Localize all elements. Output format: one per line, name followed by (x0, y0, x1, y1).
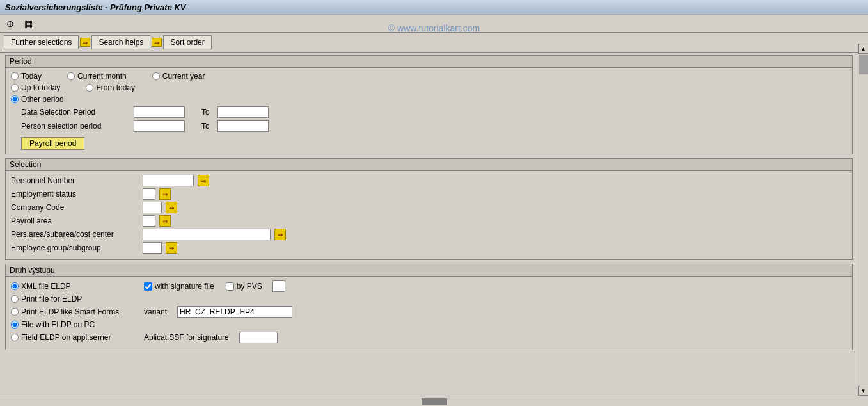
field-eldp-appl-radio[interactable]: Field ELDP on appl.serner (11, 333, 126, 342)
grid-icon[interactable]: ▦ (22, 17, 35, 30)
pers-area-input[interactable] (143, 229, 271, 240)
print-file-eldp-radio-input[interactable] (11, 295, 19, 303)
radio-up-to-today-label: Up to today (21, 83, 60, 92)
with-signature-input[interactable] (144, 282, 152, 291)
radio-other-period[interactable]: Other period (11, 95, 64, 104)
payroll-area-label: Payroll area (11, 216, 139, 225)
scroll-down-arrow[interactable]: ▼ (858, 386, 869, 396)
tab-sort-order-label: Sort order (170, 38, 204, 47)
print-file-eldp-row: Print file for ELDP (11, 295, 847, 304)
radio-up-to-today[interactable]: Up to today (11, 83, 60, 92)
smart-forms-row: Print ELDP like Smart Forms variant (11, 306, 847, 318)
with-signature-checkbox[interactable]: with signature file (144, 282, 214, 291)
file-eldp-pc-radio-input[interactable] (11, 321, 19, 329)
radio-other-period-input[interactable] (11, 95, 19, 103)
company-code-input[interactable] (143, 202, 162, 213)
clock-icon[interactable]: ⊕ (4, 17, 17, 30)
pers-area-row: Pers.area/subarea/cost center ⇒ (11, 229, 847, 240)
scrollbar: ▲ ▼ (858, 44, 868, 406)
tab-search-helps[interactable]: Search helps (91, 35, 150, 49)
personnel-number-label: Personnel Number (11, 176, 139, 185)
personnel-number-input[interactable] (143, 175, 194, 186)
employee-group-input[interactable] (143, 242, 162, 254)
tab-search-helps-label: Search helps (99, 38, 143, 47)
print-file-eldp-radio[interactable]: Print file for ELDP (11, 295, 82, 304)
selection-section: Selection Personnel Number ⇒ Employment … (5, 158, 853, 260)
smart-forms-radio[interactable]: Print ELDP like Smart Forms (11, 307, 126, 316)
field-eldp-appl-label: Field ELDP on appl.serner (21, 333, 111, 342)
file-eldp-pc-label: File with ELDP on PC (21, 320, 95, 329)
period-row-3: Other period (11, 95, 847, 104)
company-code-row: Company Code ⇒ (11, 202, 847, 213)
period-content: Today Current month Current year (6, 68, 852, 154)
radio-from-today[interactable]: From today (86, 83, 135, 92)
employment-status-label: Employment status (11, 190, 139, 199)
radio-current-year[interactable]: Current year (152, 72, 205, 81)
pers-area-arrow-btn[interactable]: ⇒ (274, 229, 286, 240)
print-file-eldp-label: Print file for ELDP (21, 295, 82, 304)
tab-further-selections[interactable]: Further selections (4, 35, 79, 49)
field-eldp-appl-row: Field ELDP on appl.serner Aplicat.SSF fo… (11, 332, 847, 343)
period-section: Period Today Current month Current yea (5, 55, 853, 154)
radio-up-to-today-input[interactable] (11, 84, 19, 92)
radio-current-month-label: Current month (77, 72, 127, 81)
tab-further-selections-label: Further selections (11, 38, 72, 47)
druh-content: XML file ELDP with signature file by PVS (6, 277, 852, 350)
bottom-scroll-btn[interactable] (422, 398, 447, 405)
data-selection-to-input[interactable] (217, 106, 269, 118)
person-selection-to-input[interactable] (217, 120, 269, 132)
payroll-area-arrow-btn[interactable]: ⇒ (159, 215, 171, 227)
to-label-1: To (201, 108, 210, 117)
period-section-title: Period (6, 56, 852, 68)
xml-eldp-radio[interactable]: XML file ELDP (11, 282, 126, 291)
payroll-area-input[interactable] (143, 215, 155, 227)
employee-group-row: Employee group/subgroup ⇒ (11, 242, 847, 254)
selection-section-title: Selection (6, 159, 852, 171)
personnel-number-row: Personnel Number ⇒ (11, 175, 847, 186)
tab-sort-order[interactable]: Sort order (163, 35, 211, 49)
druh-section: Druh výstupu XML file ELDP with signatur… (5, 264, 853, 350)
personnel-number-arrow-btn[interactable]: ⇒ (198, 175, 209, 186)
smart-forms-label: Print ELDP like Smart Forms (21, 307, 119, 316)
radio-current-year-input[interactable] (152, 72, 160, 80)
selection-content: Personnel Number ⇒ Employment status ⇒ C… (6, 171, 852, 259)
employee-group-arrow-btn[interactable]: ⇒ (166, 242, 177, 254)
xml-eldp-row: XML file ELDP with signature file by PVS (11, 280, 847, 292)
radio-today[interactable]: Today (11, 72, 42, 81)
file-eldp-pc-radio[interactable]: File with ELDP on PC (11, 320, 95, 329)
data-selection-from-input[interactable] (134, 106, 185, 118)
scroll-up-arrow[interactable]: ▲ (858, 44, 869, 54)
smart-forms-radio-input[interactable] (11, 308, 19, 316)
radio-other-period-label: Other period (21, 95, 64, 104)
radio-current-year-label: Current year (162, 72, 205, 81)
payroll-area-row: Payroll area ⇒ (11, 215, 847, 227)
period-row-2: Up to today From today (11, 83, 847, 92)
company-code-arrow-btn[interactable]: ⇒ (166, 202, 177, 213)
radio-current-month-input[interactable] (67, 72, 75, 80)
xml-eldp-radio-input[interactable] (11, 282, 19, 290)
druh-section-title: Druh výstupu (6, 264, 852, 277)
field-eldp-appl-radio-input[interactable] (11, 334, 19, 341)
toolbar: ⊕ ▦ © www.tutorialkart.com (0, 15, 868, 33)
bottom-bar (0, 396, 868, 406)
person-selection-from-input[interactable] (134, 120, 185, 132)
employment-status-arrow-btn[interactable]: ⇒ (159, 188, 171, 200)
title-bar: Sozialversicherungsliste - Prüfung Priva… (0, 0, 868, 15)
radio-current-month[interactable]: Current month (67, 72, 127, 81)
to-label-2: To (201, 122, 210, 131)
file-eldp-pc-row: File with ELDP on PC (11, 320, 847, 329)
employment-status-input[interactable] (143, 188, 155, 200)
radio-from-today-input[interactable] (86, 84, 93, 92)
scroll-thumb[interactable] (859, 55, 868, 74)
by-pvs-input[interactable] (226, 282, 234, 291)
radio-today-input[interactable] (11, 72, 19, 80)
variant-label: variant (144, 307, 167, 316)
variant-input[interactable] (177, 306, 292, 318)
by-pvs-checkbox[interactable]: by PVS (226, 282, 262, 291)
watermark-text: © www.tutorialkart.com (388, 23, 480, 33)
radio-from-today-label: From today (96, 83, 135, 92)
payroll-period-button[interactable]: Payroll period (21, 137, 84, 150)
aplicat-ssf-input[interactable] (239, 332, 278, 343)
by-pvs-field[interactable] (272, 280, 285, 292)
with-signature-label: with signature file (155, 282, 214, 291)
